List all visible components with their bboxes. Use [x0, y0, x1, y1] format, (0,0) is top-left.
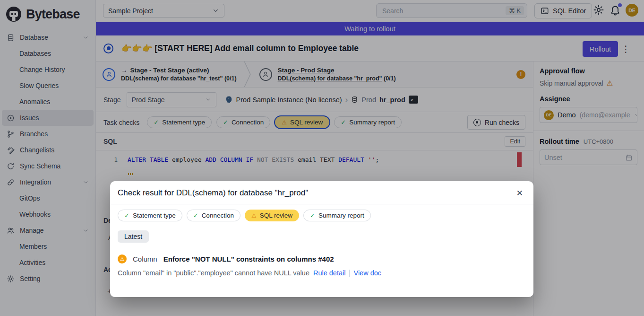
check-result-row: ⚠ Column Enforce "NOT NULL" constraints … — [118, 255, 526, 263]
modal-check-tabs: ✓ Statement type ✓ Connection ⚠ SQL revi… — [110, 204, 533, 221]
warning-circle-icon: ⚠ — [118, 255, 127, 263]
warning-triangle-icon: ⚠ — [251, 212, 257, 219]
check-pass-icon: ✓ — [124, 212, 129, 219]
bytebase-app: Bytebase Database Databases Change Histo… — [0, 0, 644, 316]
rule-detail-link[interactable]: Rule detail — [313, 269, 346, 277]
check-result-modal: Check result for DDL(schema) for databas… — [110, 181, 533, 297]
result-rule-title: Enforce "NOT NULL" constraints on column… — [163, 255, 334, 263]
close-icon[interactable]: ✕ — [516, 189, 523, 197]
check-pass-icon: ✓ — [193, 212, 198, 219]
latest-badge: Latest — [118, 230, 149, 243]
tab-statement-type[interactable]: ✓ Statement type — [118, 210, 182, 221]
modal-header: Check result for DDL(schema) for databas… — [110, 181, 533, 204]
view-doc-link[interactable]: View doc — [353, 269, 381, 277]
check-pass-icon: ✓ — [310, 212, 315, 219]
tab-sql-review[interactable]: ⚠ SQL review — [245, 210, 299, 221]
check-result-detail: Column "email" in "public"."employee" ca… — [118, 269, 526, 277]
result-category: Column — [133, 255, 157, 263]
divider — [349, 270, 350, 277]
tab-connection[interactable]: ✓ Connection — [187, 210, 240, 221]
modal-title: Check result for DDL(schema) for databas… — [118, 188, 308, 198]
tab-summary-report[interactable]: ✓ Summary report — [303, 210, 371, 221]
result-detail-text: Column "email" in "public"."employee" ca… — [118, 269, 309, 277]
